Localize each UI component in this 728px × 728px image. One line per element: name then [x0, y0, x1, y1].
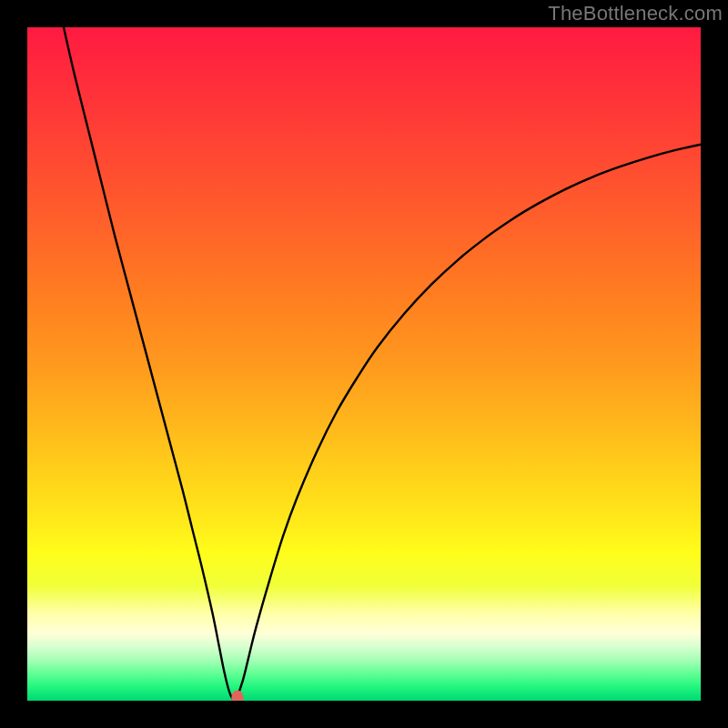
gradient-background — [27, 27, 701, 701]
chart-frame: TheBottleneck.com — [0, 0, 728, 728]
watermark-text: TheBottleneck.com — [548, 2, 723, 25]
chart-svg — [27, 27, 701, 701]
plot-area — [27, 27, 701, 701]
